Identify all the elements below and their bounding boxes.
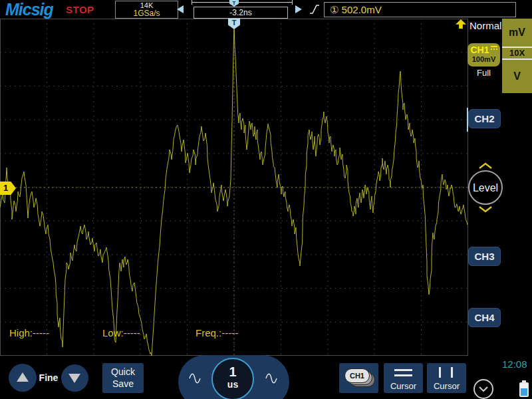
v-cursor-icon [451, 367, 453, 378]
dc-coupling-icon [491, 46, 497, 52]
scale-increase-button[interactable] [9, 364, 37, 392]
battery-charge-level [521, 388, 527, 396]
oscilloscope-screen: Micsig STOP 14K 1GSa/s T -3.2ns ① 502.0m… [0, 0, 532, 399]
arrow-down-icon [68, 374, 80, 383]
level-knob[interactable]: Level [468, 170, 503, 205]
channel3-button[interactable]: CH3 [468, 247, 501, 266]
trigger-mode-label[interactable]: Normal [469, 20, 501, 31]
battery-icon [519, 382, 529, 397]
waveform-display[interactable] [0, 0, 468, 356]
cursor-label: Cursor [384, 381, 423, 391]
channel1-bandwidth: Full [467, 68, 500, 78]
level-down-icon[interactable] [477, 205, 494, 213]
channel1-scale: 100mV [467, 55, 500, 64]
scale-down-button[interactable]: V [502, 60, 532, 93]
timebase-value: 1 [213, 364, 253, 380]
scale-decrease-button[interactable] [61, 364, 88, 392]
quick-save-button[interactable]: Quick Save [102, 363, 144, 393]
compress-timebase-icon[interactable] [265, 371, 278, 386]
channel2-button[interactable]: CH2 [468, 109, 501, 128]
expand-timebase-icon[interactable] [188, 371, 201, 386]
measurement-freq: Freq.:----- [196, 327, 238, 338]
timebase-knob[interactable]: 1 us [211, 358, 254, 399]
cursor-label: Cursor [427, 381, 466, 391]
timebase-unit: us [213, 380, 253, 390]
vertical-cursor-button[interactable]: Cursor [427, 363, 466, 393]
measurement-high: High:----- [9, 327, 49, 338]
probe-ratio-button[interactable]: 10X [502, 48, 532, 59]
channel1-button[interactable]: CH1 100mV [467, 43, 500, 66]
measurement-low: Low:----- [102, 327, 140, 338]
scale-up-button[interactable]: mV [502, 19, 532, 47]
chevron-down-icon [475, 380, 492, 398]
horizontal-cursor-button[interactable]: Cursor [384, 363, 423, 393]
quick-save-line2: Save [102, 378, 144, 390]
v-cursor-icon [439, 367, 441, 378]
level-up-icon[interactable] [477, 162, 494, 170]
fine-adjust-label[interactable]: Fine [38, 372, 59, 383]
channel1-label: CH1 [470, 45, 489, 55]
expand-menu-button[interactable] [473, 379, 493, 399]
h-cursor-icon [394, 374, 412, 376]
channel-select-button[interactable]: CH1 [339, 363, 378, 393]
channel-card-front: CH1 [344, 368, 370, 383]
clock: 12:08 [502, 358, 527, 370]
battery-empty-part [521, 384, 527, 388]
channel4-button[interactable]: CH4 [468, 308, 501, 327]
quick-save-line1: Quick [102, 366, 144, 378]
h-cursor-icon [394, 369, 412, 371]
arrow-up-icon [17, 372, 29, 382]
